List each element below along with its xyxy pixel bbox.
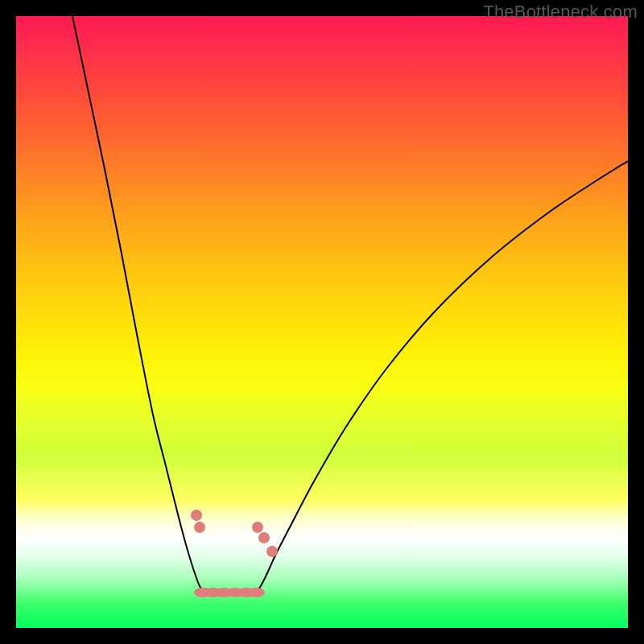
- data-marker: [266, 546, 278, 557]
- curve-left-branch: [72, 16, 203, 591]
- curve-right-branch: [258, 161, 628, 591]
- data-marker: [258, 532, 270, 543]
- marker-group: [191, 510, 278, 597]
- data-marker: [194, 522, 205, 533]
- watermark-text: TheBottleneck.com: [483, 2, 638, 23]
- data-marker-flat: [247, 588, 265, 597]
- chart-frame: [16, 16, 628, 628]
- chart-svg: [16, 16, 628, 628]
- data-marker: [252, 522, 263, 533]
- data-marker: [191, 510, 202, 521]
